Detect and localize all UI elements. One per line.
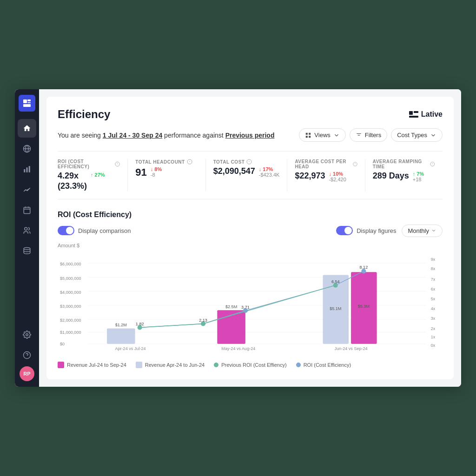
svg-rect-1 <box>27 99 31 101</box>
svg-rect-8 <box>26 168 28 173</box>
sidebar: RP <box>15 89 39 386</box>
sidebar-item-globe[interactable] <box>18 139 36 158</box>
svg-rect-22 <box>306 133 308 135</box>
legend-item-prev-rev: Revenue Apr-24 to Jun-24 <box>136 362 205 368</box>
ramping-change-pct: ↑ 7% <box>413 171 424 177</box>
svg-rect-10 <box>24 207 30 214</box>
svg-rect-0 <box>23 99 27 103</box>
metric-headcount-label: TOTAL HEADCOUNT <box>135 159 198 165</box>
svg-rect-3 <box>23 104 31 107</box>
svg-text:4x: 4x <box>431 306 436 311</box>
monthly-button[interactable]: Monthly <box>402 225 443 237</box>
svg-text:0x: 0x <box>431 343 436 348</box>
metric-ramping-value: 289 Days <box>373 171 409 181</box>
svg-text:$3,000,000: $3,000,000 <box>60 304 81 309</box>
display-figures-toggle[interactable] <box>336 226 353 235</box>
metric-roi-value2: (23.3%) <box>58 181 87 192</box>
metric-ramping: AVERAGE RAMPING TIME 289 Days ↑ 7% +18 <box>365 159 443 191</box>
sidebar-item-line-chart[interactable] <box>18 180 36 199</box>
legend-dot-prev-roi <box>214 363 218 367</box>
svg-text:2x: 2x <box>431 326 436 331</box>
legend-label-curr-rev: Revenue Jul-24 to Sep-24 <box>67 362 126 368</box>
dr-range[interactable]: 1 Jul 24 - 30 Sep 24 <box>103 132 162 139</box>
svg-text:6.54: 6.54 <box>331 279 340 284</box>
filters-button[interactable]: Filters <box>350 128 387 142</box>
svg-text:1.82: 1.82 <box>136 322 144 326</box>
svg-text:$5.3M: $5.3M <box>358 304 370 309</box>
metric-roi-change: ↑ 27% <box>91 172 105 178</box>
svg-text:2.13: 2.13 <box>199 318 207 323</box>
svg-text:$2,000,000: $2,000,000 <box>60 318 81 323</box>
total-cost-change-abs: -$423.4K <box>259 172 280 178</box>
svg-text:7x: 7x <box>431 277 436 281</box>
svg-text:6x: 6x <box>431 286 436 291</box>
svg-text:$5,000,000: $5,000,000 <box>60 276 81 280</box>
roi-change-pct: ↑ 27% <box>91 172 105 178</box>
metric-ramping-label: AVERAGE RAMPING TIME <box>373 159 435 169</box>
cost-types-button[interactable]: Cost Types <box>391 128 443 142</box>
display-comparison-toggle[interactable] <box>58 226 74 235</box>
display-figures-label: Display figures <box>357 227 396 234</box>
svg-rect-68 <box>107 328 135 344</box>
headcount-change-abs: -8 <box>151 172 162 178</box>
sidebar-item-calendar[interactable] <box>18 201 36 219</box>
svg-rect-7 <box>24 169 25 172</box>
svg-rect-20 <box>414 111 418 113</box>
metric-total-cost-label: TOTAL COST <box>213 159 280 165</box>
legend-color-prev-rev <box>136 362 142 368</box>
svg-text:8x: 8x <box>431 266 436 271</box>
page-header: Efficiency Lative <box>58 108 443 121</box>
legend-item-curr-rev: Revenue Jul-24 to Sep-24 <box>58 362 126 368</box>
legend-label-prev-roi: Previous ROI (Cost Effiency) <box>221 362 286 368</box>
legend-color-curr-rev <box>58 362 64 368</box>
metric-total-cost: TOTAL COST $2,090,547 ↓ 17% -$423.4K <box>206 159 288 191</box>
svg-text:$4,000,000: $4,000,000 <box>60 290 81 294</box>
legend-dot-curr-roi <box>296 363 301 367</box>
date-range-text: You are seeing 1 Jul 24 - 30 Sep 24 perf… <box>58 132 274 139</box>
svg-text:$5.1M: $5.1M <box>330 306 341 311</box>
svg-point-14 <box>25 228 27 231</box>
avg-cost-change-pct: ↓ 10% <box>329 171 346 177</box>
chart-section: ROI (Cost Efficiency) Display comparison… <box>58 211 443 368</box>
page-title: Efficiency <box>58 108 110 121</box>
dr-middle: performance against <box>164 132 225 139</box>
logo[interactable] <box>19 95 35 112</box>
views-label: Views <box>314 132 330 139</box>
sidebar-item-home[interactable] <box>18 119 36 138</box>
sidebar-item-settings[interactable] <box>18 325 36 344</box>
sidebar-item-users[interactable] <box>18 221 36 240</box>
svg-rect-24 <box>306 136 308 138</box>
svg-text:$1.2M: $1.2M <box>115 323 127 327</box>
svg-rect-21 <box>409 116 418 118</box>
user-avatar[interactable]: RP <box>20 366 34 381</box>
metric-avg-cost-label: AVERAGE COST PER HEAD <box>295 159 357 169</box>
svg-text:$1,000,000: $1,000,000 <box>60 330 81 334</box>
app-container: RP Efficiency Lative You are seei <box>15 89 461 386</box>
avg-cost-change-abs: -$2,420 <box>329 177 346 182</box>
svg-text:Jun-24 vs Sep-24: Jun-24 vs Sep-24 <box>335 346 368 351</box>
svg-text:1x: 1x <box>431 334 436 339</box>
dr-comparison[interactable]: Previous period <box>225 132 275 139</box>
sidebar-item-chart-bar[interactable] <box>18 160 36 178</box>
monthly-label: Monthly <box>408 227 429 234</box>
sidebar-item-database[interactable] <box>18 242 36 260</box>
sidebar-item-help[interactable] <box>18 346 36 364</box>
date-range-bar: You are seeing 1 Jul 24 - 30 Sep 24 perf… <box>58 128 443 142</box>
svg-rect-2 <box>27 102 31 103</box>
svg-text:$0: $0 <box>60 341 65 346</box>
filters-label: Filters <box>365 132 381 139</box>
svg-text:$2.5M: $2.5M <box>225 304 237 309</box>
dr-prefix: You are seeing <box>58 132 101 139</box>
metric-total-cost-value: $2,090,547 <box>213 166 255 177</box>
metric-headcount-value: 91 <box>135 166 146 178</box>
chart-title: ROI (Cost Efficiency) <box>58 211 443 219</box>
headcount-change-pct: ↓ 8% <box>151 166 162 172</box>
metric-avg-cost-value: $22,973 <box>295 171 325 181</box>
svg-point-16 <box>26 333 28 336</box>
legend-item-curr-roi: ROI (Cost Efficiency) <box>296 362 351 368</box>
chart-controls: Display comparison Display figures Month… <box>58 225 443 237</box>
display-comparison-label: Display comparison <box>78 227 131 234</box>
views-button[interactable]: Views <box>299 128 345 142</box>
legend-label-curr-roi: ROI (Cost Efficiency) <box>304 362 351 368</box>
main-content: Efficiency Lative You are seeing 1 Jul 2… <box>39 89 461 386</box>
